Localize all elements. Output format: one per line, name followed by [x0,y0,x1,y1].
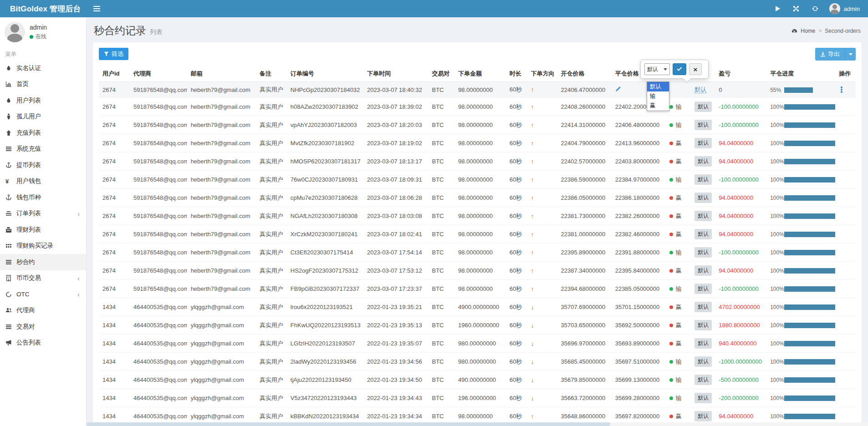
sidebar-item-withdraw-list[interactable]: 提币列表 [0,157,86,173]
cell-open_price: 35679.85000000 [557,371,612,389]
sidebar-item-user-list[interactable]: 用户列表 [0,92,86,109]
cell-pair: BTC [429,335,454,353]
column-header-email: 邮箱 [187,66,256,82]
sidebar-item-agents[interactable]: 代理商 [0,303,86,319]
cell-actions [835,335,856,353]
cell-order_time: 2022-01-23 19:34:43 [363,389,429,407]
export-button[interactable]: 导出 [815,48,845,61]
sidebar-item-real-name[interactable]: 实名认证 [0,60,86,76]
sidebar-user-status: 在线 [30,33,47,41]
play-button[interactable] [769,0,786,17]
cell-uid: 2674 [99,171,130,189]
cell-profit: 94.04000000 [715,207,766,225]
cell-order_time: 2023-03-07 18:19:02 [363,134,429,152]
cell-direction: ↑ [527,98,557,116]
cell-order_no: FB9pGB20230307172337 [287,280,363,298]
cell-actions [835,116,856,134]
sidebar-item-home[interactable]: 首页 [0,76,86,93]
lose-dot-icon [669,178,673,182]
user-menu[interactable]: admin [825,0,868,17]
export-dropdown-button[interactable] [845,48,856,61]
sidebar-toggle-button[interactable] [87,0,107,17]
sidebar-item-announcements[interactable]: 公告列表 [0,335,86,351]
content-card: 筛选 导出 用户id代理商邮箱备注订单编号下单时间交易对下单金额时长下单方向开仓… [93,42,862,426]
cell-control: 默认 [691,134,715,152]
select-option[interactable]: 赢 [647,101,669,111]
cell-progress: 100% [766,116,835,134]
cell-order_no: MvtZfk20230307181902 [287,134,363,152]
cell-uid: 1434 [99,298,130,316]
cell-progress: 100% [766,243,835,262]
sidebar-item-trade-pairs[interactable]: 交易对 [0,319,86,335]
progress-bar [784,87,813,93]
cell-close_price: 35699.28000000 [612,389,666,407]
control-badge: 默认 [694,247,712,258]
horizontal-scrollbar[interactable] [87,422,868,426]
control-badge: 默认 [694,265,712,276]
profit-value: 940.40000000 [719,340,756,347]
row-actions-menu[interactable] [839,86,844,93]
scrollbar-thumb[interactable] [87,422,610,426]
cell-order_time: 2023-03-07 17:54:14 [363,243,429,262]
cell-profit: 94.04000000 [715,262,766,280]
sidebar-item-label: 充值列表 [16,129,41,137]
sidebar-item-label: 订单列表 [16,209,41,218]
column-header-progress: 平仓进度 [766,66,835,82]
sidebar-item-finance-records[interactable]: 理财购买记录 [0,238,86,254]
sidebar-item-coin-trade[interactable]: 币币交易‹ [0,270,86,287]
cell-profit: 94.04000000 [715,134,766,152]
sidebar-item-system-deposit[interactable]: 系统充值 [0,141,86,157]
filter-button[interactable]: 筛选 [99,48,128,60]
cell-amount: 4900.00000000 [454,298,506,316]
brand-title: BitGoldex 管理后台 [0,0,87,17]
fullscreen-button[interactable] [786,0,806,17]
control-badge: 默认 [694,393,712,403]
lose-dot-icon [669,396,673,400]
control-editable-link[interactable]: 默认 [694,86,706,93]
cell-uid: 1434 [99,389,130,407]
sidebar-item-finance-list[interactable]: 理财列表 [0,222,86,238]
cell-control: 默认 [691,371,715,389]
cell-control: 默认 [691,189,715,207]
sidebar-item-label: 提币列表 [16,161,41,169]
cell-close_price: 22385.05000000 [612,280,666,298]
sidebar-item-orphan-users[interactable]: 孤儿用户 [0,109,86,125]
cell-progress: 100% [766,189,835,207]
cell-amount: 490.00000000 [454,371,506,389]
cell-open_price: 35685.45000000 [557,353,612,371]
cell-direction: ↑ [527,225,557,243]
cell-profit: 0 [715,82,766,98]
cell-agent: 464400535@qq.com [130,371,187,389]
sidebar-item-label: 孤儿用户 [16,112,41,121]
cell-note: 真实用户 [256,243,287,262]
sidebar-item-second-contract[interactable]: 秒合约 [0,254,86,270]
progress-bar [784,268,835,274]
profit-value: -100.00000000 [719,285,758,292]
sidebar-item-wallet-coins[interactable]: 钱包币种 [0,189,86,206]
win-dot-icon [669,142,673,145]
win-dot-icon [669,324,673,327]
cell-control: 默认 [691,353,715,371]
select-option[interactable]: 输 [647,91,669,101]
control-select[interactable]: 默认 [644,63,670,75]
cell-winlose: 输 [666,171,691,189]
cancel-button[interactable]: × [689,63,702,75]
table-row: 1434464400535@qq.comylqggzh@gmail.com真实用… [99,316,856,335]
cell-control: 默认 [691,152,715,171]
cell-winlose: 赢 [666,225,691,243]
sidebar-item-user-wallet[interactable]: ¥用户钱包 [0,173,86,190]
confirm-button[interactable] [673,63,686,75]
sidebar-item-otc[interactable]: OTC‹ [0,286,86,303]
cell-order_no: HS2ogF20230307175312 [287,262,363,280]
sidebar-item-deposit-list[interactable]: 充值列表 [0,125,86,141]
profit-value: -100.00000000 [719,103,758,110]
control-badge: 默认 [694,211,712,221]
select-option[interactable]: 默认 [647,82,669,91]
refresh-button[interactable] [806,0,825,17]
breadcrumb-home[interactable]: Home [801,28,815,34]
cell-profit: -100.00000000 [715,171,766,189]
pencil-icon[interactable] [615,86,621,93]
progress-bar [784,323,835,328]
sidebar-item-order-list[interactable]: 订单列表‹ [0,206,86,222]
cell-control: 默认 [691,98,715,116]
